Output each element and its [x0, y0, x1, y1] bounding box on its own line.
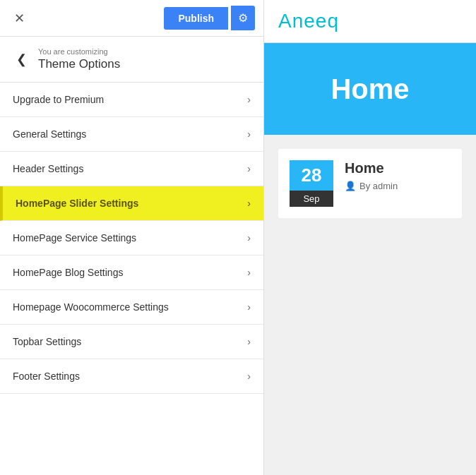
menu-item-homepage-woocommerce[interactable]: Homepage Woocommerce Settings›: [0, 290, 263, 325]
post-author: 👤 By admin: [345, 181, 398, 191]
back-button[interactable]: ❮: [11, 49, 31, 69]
settings-button[interactable]: ⚙: [231, 6, 255, 30]
menu-item-label: General Settings: [13, 128, 86, 140]
hero-section: Home: [264, 43, 476, 135]
chevron-right-icon: ›: [247, 301, 251, 313]
customizing-text: You are customizing Theme Options: [38, 47, 120, 72]
chevron-right-icon: ›: [247, 198, 251, 209]
menu-item-header[interactable]: Header Settings›: [0, 152, 263, 186]
chevron-right-icon: ›: [247, 94, 251, 105]
post-date-badge: 28 Sep: [290, 160, 333, 207]
menu-item-homepage-slider[interactable]: HomePage Slider Settings›: [0, 186, 263, 221]
menu-item-label: Upgrade to Premium: [13, 94, 104, 105]
publish-button[interactable]: Publish: [164, 7, 228, 30]
menu-item-label: HomePage Slider Settings: [16, 198, 138, 209]
menu-item-homepage-service[interactable]: HomePage Service Settings›: [0, 221, 263, 255]
post-date-month: Sep: [290, 191, 333, 207]
menu-item-label: Topbar Settings: [13, 336, 81, 347]
chevron-right-icon: ›: [247, 128, 251, 140]
menu-item-label: HomePage Blog Settings: [13, 267, 123, 278]
left-panel: ✕ Publish ⚙ ❮ You are customizing Theme …: [0, 0, 264, 475]
menu-item-upgrade[interactable]: Upgrade to Premium›: [0, 83, 263, 117]
menu-item-general[interactable]: General Settings›: [0, 117, 263, 152]
post-card: 28 Sep Home 👤 By admin: [278, 149, 462, 218]
customizing-title: Theme Options: [38, 56, 120, 72]
menu-list: Upgrade to Premium›General Settings›Head…: [0, 83, 263, 475]
chevron-right-icon: ›: [247, 336, 251, 347]
customizing-label: You are customizing: [38, 47, 120, 56]
chevron-right-icon: ›: [247, 232, 251, 243]
menu-item-label: Header Settings: [13, 163, 83, 174]
menu-item-homepage-blog[interactable]: HomePage Blog Settings›: [0, 255, 263, 290]
author-icon: 👤: [345, 181, 356, 191]
top-bar: ✕ Publish ⚙: [0, 0, 263, 37]
customizing-header: ❮ You are customizing Theme Options: [0, 37, 263, 83]
post-author-text: By admin: [359, 181, 398, 191]
site-header: Aneeq: [264, 0, 476, 43]
chevron-right-icon: ›: [247, 163, 251, 174]
post-title: Home: [345, 160, 398, 176]
chevron-right-icon: ›: [247, 371, 251, 382]
post-date-day: 28: [290, 160, 333, 191]
menu-item-label: Footer Settings: [13, 371, 80, 382]
post-info: Home 👤 By admin: [345, 160, 398, 191]
menu-item-label: Homepage Woocommerce Settings: [13, 301, 169, 313]
content-area: 28 Sep Home 👤 By admin: [264, 135, 476, 232]
close-button[interactable]: ✕: [8, 8, 30, 29]
menu-item-footer[interactable]: Footer Settings›: [0, 359, 263, 394]
site-title: Aneeq: [278, 10, 462, 32]
menu-item-topbar[interactable]: Topbar Settings›: [0, 325, 263, 359]
chevron-right-icon: ›: [247, 267, 251, 278]
top-bar-actions: Publish ⚙: [164, 6, 255, 30]
menu-item-label: HomePage Service Settings: [13, 232, 136, 243]
hero-title: Home: [331, 73, 409, 105]
right-panel: Aneeq Home 28 Sep Home 👤 By admin: [264, 0, 476, 475]
